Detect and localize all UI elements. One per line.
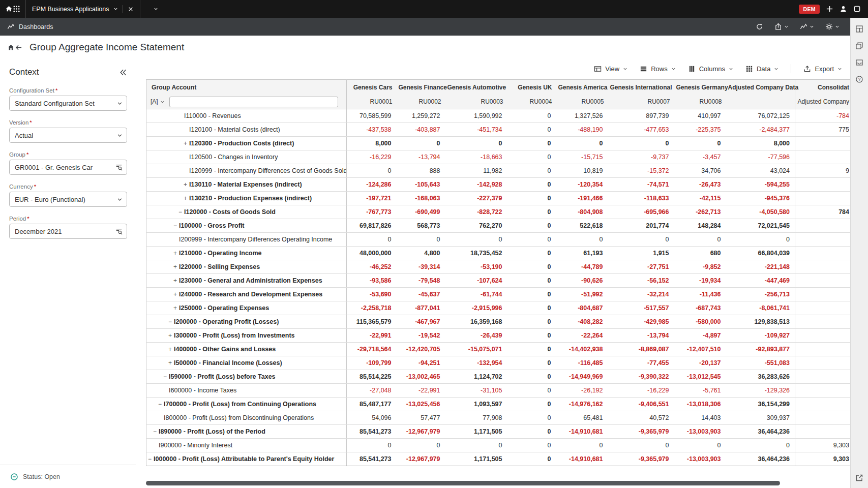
table-row[interactable]: I120100 - Material Costs (direct)-437,53…: [146, 123, 851, 137]
column-header-4[interactable]: Genesis America: [556, 80, 608, 95]
table-row[interactable]: −I890000 - Profit (Loss) of the Period85…: [146, 425, 851, 439]
expand-row-icon[interactable]: +: [173, 250, 179, 257]
table-row[interactable]: I200999 - Intercompany Differences Opera…: [146, 233, 851, 247]
value-cell: -9,365,979: [608, 452, 674, 466]
column-header-6[interactable]: Genesis Germany: [674, 80, 726, 95]
group-account-header[interactable]: Group Account: [146, 80, 347, 95]
table-row[interactable]: +I130210 - Production Expenses (indirect…: [146, 192, 851, 205]
tab-list-chevron-icon[interactable]: [154, 7, 158, 11]
table-row[interactable]: +I250000 - Operating Expenses-2,258,718-…: [146, 301, 851, 315]
home-icon[interactable]: [5, 5, 13, 13]
column-header-5[interactable]: Genesis International: [608, 80, 674, 95]
value-cell: -2,484,377: [726, 123, 795, 137]
table-row[interactable]: +I400000 - Other Gains and Losses-29,718…: [146, 343, 851, 356]
layout-panel-icon[interactable]: [855, 25, 863, 33]
tab-chevron-down-icon[interactable]: [113, 7, 118, 11]
horizontal-scrollbar[interactable]: [146, 481, 841, 485]
expand-row-icon[interactable]: +: [173, 291, 179, 298]
shellbar-title[interactable]: Dashboards: [19, 23, 53, 30]
insights-button[interactable]: [796, 21, 818, 33]
table-row[interactable]: +I220000 - Selling Expenses-46,252-39,31…: [146, 260, 851, 274]
expand-row-icon[interactable]: +: [168, 346, 174, 353]
currency-select[interactable]: EUR - Euro (Functional): [9, 192, 127, 207]
column-header-2[interactable]: Genesis Automotive: [445, 80, 507, 95]
back-icon[interactable]: [15, 44, 22, 51]
table-row[interactable]: +I130110 - Material Expenses (indirect)-…: [146, 178, 851, 192]
rows-button[interactable]: Rows: [640, 65, 676, 73]
collapse-row-icon[interactable]: −: [178, 208, 184, 216]
user-icon[interactable]: [840, 5, 847, 13]
account-cell: −I700000 - Profit (Loss) from Continuing…: [146, 398, 347, 411]
expand-row-icon[interactable]: +: [168, 359, 174, 367]
app-launcher-icon[interactable]: [13, 5, 20, 13]
table-row[interactable]: I600000 - Income Taxes-27,048-22,991-31,…: [146, 384, 851, 398]
table-row[interactable]: +I230000 - General and Administration Ex…: [146, 274, 851, 288]
table-row[interactable]: −I000000 - Profit (Loss) Attributable to…: [146, 452, 851, 466]
value-cell: 0: [507, 178, 556, 192]
table-row[interactable]: −I200000 - Operating Profit (Losses)115,…: [146, 315, 851, 329]
share-button[interactable]: [771, 21, 792, 33]
value-cell: -877,041: [397, 301, 445, 315]
help-icon[interactable]: ?: [855, 75, 863, 83]
expand-row-icon[interactable]: +: [173, 304, 179, 312]
close-tab-icon[interactable]: [128, 6, 134, 12]
add-icon[interactable]: [826, 5, 833, 13]
collapse-row-icon[interactable]: −: [158, 401, 164, 408]
value-cell: -9,852: [674, 260, 726, 274]
table-row[interactable]: −I120000 - Costs of Goods Sold-767,773-6…: [146, 205, 851, 219]
open-external-icon[interactable]: [855, 474, 863, 482]
column-header-8[interactable]: Consolidat: [795, 80, 851, 95]
column-header-3[interactable]: Genesis UK: [507, 80, 556, 95]
expand-row-icon[interactable]: +: [184, 195, 189, 202]
collapse-panel-icon[interactable]: [118, 68, 127, 77]
table-row[interactable]: I120500 - Changes in Inventory-16,229-13…: [146, 150, 851, 164]
columns-button[interactable]: Columns: [688, 65, 733, 73]
account-filter-input[interactable]: [169, 97, 338, 107]
table-row[interactable]: −I700000 - Profit (Loss) from Continuing…: [146, 398, 851, 411]
collapse-row-icon[interactable]: −: [173, 222, 179, 229]
configuration-set-select[interactable]: Standard Configuration Set: [9, 96, 127, 111]
value-cell: -51,992: [556, 288, 608, 301]
home-nav-icon[interactable]: [7, 44, 15, 51]
expand-row-icon[interactable]: +: [184, 181, 189, 188]
refresh-button[interactable]: [752, 21, 767, 33]
value-cell: -93,586: [347, 274, 397, 288]
data-button[interactable]: Data: [745, 65, 779, 73]
table-row[interactable]: −I100000 - Gross Profit69,817,826568,773…: [146, 219, 851, 233]
duplicate-page-icon[interactable]: [855, 42, 863, 50]
column-header-1[interactable]: Genesis Finance: [397, 80, 445, 95]
table-row[interactable]: I110000 - Revenues70,585,5991,259,2721,5…: [146, 109, 851, 123]
app-switcher-icon[interactable]: [853, 5, 861, 13]
collapse-row-icon[interactable]: −: [163, 373, 169, 380]
export-button[interactable]: Export: [803, 65, 842, 73]
browser-tab[interactable]: EPM Business Applications: [25, 0, 140, 18]
table-row[interactable]: −I590000 - Profit (Loss) before Taxes85,…: [146, 370, 851, 384]
expand-row-icon[interactable]: +: [173, 263, 179, 270]
column-header-7[interactable]: Adjusted Company Data: [726, 80, 795, 95]
collapse-row-icon[interactable]: −: [148, 455, 154, 463]
column-code-8: Adjusted Company: [795, 95, 851, 109]
table-row[interactable]: +I500000 - Financial Income (Losses)-109…: [146, 356, 851, 370]
collapse-row-icon[interactable]: −: [153, 428, 159, 435]
collapse-row-icon[interactable]: −: [168, 318, 174, 325]
group-input[interactable]: GR0001 - Gr. Genesis Car: [9, 160, 127, 175]
table-row[interactable]: +I120300 - Production Costs (direct)8,00…: [146, 137, 851, 150]
inbox-icon[interactable]: [855, 58, 863, 67]
table-row[interactable]: I800000 - Profit (Loss) from Discontinui…: [146, 411, 851, 425]
filter-scope-badge[interactable]: [A]: [151, 98, 158, 105]
expand-row-icon[interactable]: +: [173, 277, 179, 284]
table-row[interactable]: I120999 - Intercompany Differences Cost …: [146, 164, 851, 178]
rows-icon: [640, 65, 647, 73]
period-input[interactable]: December 2021: [9, 224, 127, 239]
table-row[interactable]: +I300000 - Profit (Loss) from Investment…: [146, 329, 851, 343]
table-row[interactable]: +I240000 - Research and Development Expe…: [146, 288, 851, 301]
table-row[interactable]: I900000 - Minority Interest000000009,303: [146, 439, 851, 452]
column-header-0[interactable]: Genesis Cars: [347, 80, 397, 95]
table-row[interactable]: +I210000 - Operating Income48,000,0004,8…: [146, 247, 851, 260]
expand-row-icon[interactable]: +: [184, 140, 189, 147]
version-select[interactable]: Actual: [9, 128, 127, 143]
scrollbar-thumb[interactable]: [146, 481, 780, 485]
view-button[interactable]: View: [594, 65, 627, 73]
settings-button[interactable]: [822, 21, 843, 33]
expand-row-icon[interactable]: +: [168, 332, 174, 339]
